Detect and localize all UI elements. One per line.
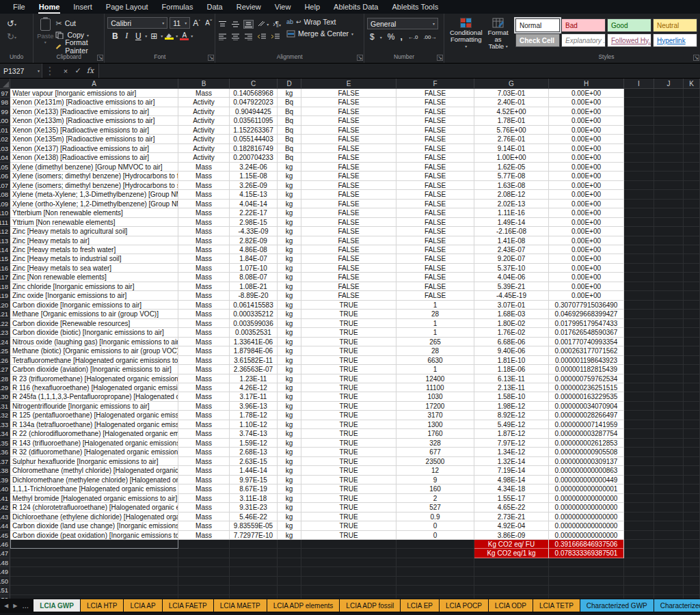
- grid-cell[interactable]: [624, 595, 654, 599]
- row-header[interactable]: 124: [0, 338, 10, 346]
- grid-cell[interactable]: [684, 346, 700, 355]
- grid-cell[interactable]: [624, 476, 654, 484]
- grid-cell[interactable]: [396, 558, 474, 567]
- grid-cell[interactable]: [654, 494, 684, 503]
- grid-cell[interactable]: FALSE: [396, 218, 474, 227]
- grid-cell[interactable]: [230, 595, 278, 599]
- merge-center-button[interactable]: Merge & Center ▾: [286, 29, 353, 38]
- grid-cell[interactable]: 0.055144403: [230, 135, 278, 144]
- grid-cell[interactable]: 12: [396, 466, 474, 475]
- grid-cell[interactable]: [624, 540, 654, 549]
- grid-cell[interactable]: 0: [396, 531, 474, 540]
- grid-cell[interactable]: [684, 356, 700, 365]
- grid-cell[interactable]: Carbon dioxide (land use change) [Inorga…: [10, 521, 178, 530]
- row-header[interactable]: 107: [0, 181, 10, 190]
- column-header-b[interactable]: B: [178, 79, 230, 89]
- grid-cell[interactable]: [624, 172, 654, 180]
- row-header[interactable]: 123: [0, 328, 10, 337]
- summary-label-cell[interactable]: Kg CO2 eq/1 kg: [474, 549, 549, 558]
- grid-cell[interactable]: kg: [278, 494, 301, 503]
- grid-cell[interactable]: Mass: [178, 374, 230, 383]
- grid-cell[interactable]: 2.63E-15: [230, 457, 278, 466]
- grid-cell[interactable]: 1.32E-14: [474, 457, 549, 466]
- grid-cell[interactable]: FALSE: [301, 89, 396, 98]
- grid-cell[interactable]: [624, 549, 654, 558]
- grid-cell[interactable]: R 32 (difluoromethane) [Halogenated orga…: [10, 448, 178, 456]
- orientation-button[interactable]: ▾: [257, 18, 269, 30]
- grid-cell[interactable]: [624, 439, 654, 448]
- grid-cell[interactable]: [684, 218, 700, 227]
- name-box[interactable]: P1327 ▾: [0, 64, 42, 78]
- grid-cell[interactable]: [684, 98, 700, 107]
- grid-cell[interactable]: 4.65E-22: [474, 503, 549, 512]
- grid-cell[interactable]: kg: [278, 374, 301, 383]
- grid-cell[interactable]: [654, 512, 684, 521]
- borders-button[interactable]: ⊞: [149, 31, 159, 41]
- grid-cell[interactable]: 1: [396, 365, 474, 374]
- conditional-formatting-button[interactable]: ConditionalFormatting ▾: [447, 16, 485, 50]
- grid-cell[interactable]: [684, 521, 700, 530]
- grid-cell[interactable]: 2.98E-15: [230, 218, 278, 227]
- grid-cell[interactable]: 1030: [396, 392, 474, 401]
- grid-cell[interactable]: 0.182816749: [230, 144, 278, 153]
- menu-tab-insert[interactable]: Insert: [67, 1, 98, 13]
- grid-cell[interactable]: Mass: [178, 466, 230, 475]
- grid-cell[interactable]: Xylene (isomers; dimethyl benzene) [Hydr…: [10, 181, 178, 190]
- grid-cell[interactable]: TRUE: [301, 328, 396, 337]
- grid-cell[interactable]: [684, 448, 700, 456]
- grid-cell[interactable]: [654, 356, 684, 365]
- grid-cell[interactable]: 1.68E-03: [474, 310, 549, 318]
- sheet-tab-lcia-tetp[interactable]: LCIA TETP: [533, 599, 580, 612]
- grid-cell[interactable]: Activity: [178, 135, 230, 144]
- cut-button[interactable]: ✂ Cut: [55, 18, 101, 29]
- grid-cell[interactable]: Zinc oxide [Inorganic emissions to air]: [10, 291, 178, 300]
- menu-tab-file[interactable]: File: [7, 1, 31, 13]
- grid-cell[interactable]: Mass: [178, 346, 230, 355]
- grid-cell[interactable]: [684, 254, 700, 263]
- increase-font-size-button[interactable]: A˙: [192, 18, 202, 28]
- grid-cell[interactable]: [654, 374, 684, 383]
- grid-cell[interactable]: kg: [278, 457, 301, 466]
- grid-cell[interactable]: kg: [278, 476, 301, 484]
- row-header[interactable]: 139: [0, 476, 10, 484]
- menu-tab-home[interactable]: Home: [33, 1, 66, 13]
- grid-cell[interactable]: 23500: [396, 457, 474, 466]
- grid-cell[interactable]: R 134a (tetrafluoroethane) [Halogenated …: [10, 420, 178, 429]
- row-header[interactable]: 104: [0, 153, 10, 162]
- grid-cell[interactable]: 1.10E-12: [230, 420, 278, 429]
- grid-cell[interactable]: 5.76E+00: [474, 126, 549, 135]
- grid-cell[interactable]: Mass: [178, 365, 230, 374]
- row-header[interactable]: 113: [0, 236, 10, 245]
- grid-cell[interactable]: TRUE: [301, 402, 396, 411]
- grid-cell[interactable]: [654, 549, 684, 558]
- grid-cell[interactable]: [684, 374, 700, 383]
- align-right-button[interactable]: [244, 33, 253, 40]
- grid-cell[interactable]: [474, 595, 549, 599]
- grid-cell[interactable]: [624, 126, 654, 135]
- row-header[interactable]: 108: [0, 190, 10, 199]
- align-center-button[interactable]: [231, 33, 240, 40]
- grid-cell[interactable]: 28: [396, 310, 474, 318]
- grid-cell[interactable]: [624, 301, 654, 310]
- grid-cell[interactable]: 0.00E+00: [549, 98, 624, 107]
- grid-cell[interactable]: TRUE: [301, 301, 396, 310]
- grid-cell[interactable]: FALSE: [301, 291, 396, 300]
- grid-cell[interactable]: FALSE: [396, 153, 474, 162]
- grid-cell[interactable]: [684, 291, 700, 300]
- grid-cell[interactable]: 1.80E-02: [474, 319, 549, 328]
- grid-cell[interactable]: [278, 577, 301, 586]
- grid-cell[interactable]: 4.52E+00: [474, 107, 549, 116]
- summary-value-cell[interactable]: 0.391666846937506: [549, 540, 624, 549]
- grid-cell[interactable]: 0.00E+00: [549, 254, 624, 263]
- grid-cell[interactable]: [654, 190, 684, 199]
- grid-cell[interactable]: FALSE: [301, 116, 396, 125]
- grid-cell[interactable]: 2.73E-21: [474, 512, 549, 521]
- grid-cell[interactable]: FALSE: [301, 264, 396, 273]
- grid-cell[interactable]: kg: [278, 218, 301, 227]
- grid-cell[interactable]: TRUE: [301, 439, 396, 448]
- grid-cell[interactable]: [624, 218, 654, 227]
- grid-cell[interactable]: [684, 200, 700, 208]
- grid-cell[interactable]: 0.00E+00: [549, 236, 624, 245]
- sheet-tab-lcia-adp-fossil[interactable]: LCIA ADP fossil: [340, 599, 400, 612]
- grid-cell[interactable]: [684, 466, 700, 475]
